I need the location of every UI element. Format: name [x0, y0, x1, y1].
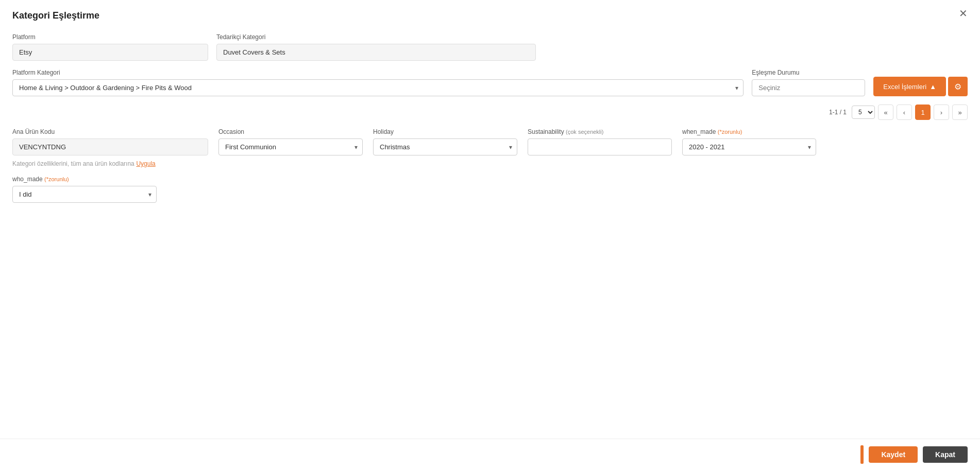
save-button[interactable]: Kaydet: [869, 446, 918, 463]
who-made-select[interactable]: I did: [12, 186, 157, 203]
product-main-row: Ana Ürün Kodu Occasion First Communion ▾…: [12, 128, 968, 155]
tedarikci-input[interactable]: [216, 44, 536, 61]
esleme-group: Eşleşme Durumu: [752, 69, 865, 96]
platform-group: Platform: [12, 33, 208, 61]
tedarikci-group: Tedarikçi Kategori: [216, 33, 536, 61]
who-made-group: who_made (*zorunlu) I did ▾: [12, 176, 157, 203]
when-made-group: when_made (*zorunlu) 2020 - 2021 ▾: [682, 128, 816, 155]
page-size-select[interactable]: 5: [852, 106, 875, 119]
occasion-label: Occasion: [218, 128, 363, 135]
holiday-select-wrapper: Christmas ▾: [373, 138, 517, 155]
holiday-group: Holiday Christmas ▾: [373, 128, 517, 155]
pagination-info: 1-1 / 1: [829, 109, 847, 116]
who-made-required-label: (*zorunlu): [44, 176, 69, 182]
occasion-group: Occasion First Communion ▾: [218, 128, 363, 155]
who-made-row: who_made (*zorunlu) I did ▾: [12, 176, 968, 203]
modal-title: Kategori Eşleştirme: [12, 10, 968, 21]
platform-row: Platform Tedarikçi Kategori: [12, 33, 968, 61]
who-made-label: who_made (*zorunlu): [12, 176, 157, 183]
platform-input[interactable]: [12, 44, 208, 61]
esleme-input[interactable]: [752, 79, 865, 96]
gear-icon: ⚙: [954, 82, 961, 92]
footer-bar: Kaydet Kapat: [0, 439, 980, 470]
excel-gear-group: Excel İşlemleri ▲ ⚙: [873, 77, 968, 96]
pagination-current-button[interactable]: 1: [915, 105, 931, 120]
gear-button[interactable]: ⚙: [948, 77, 968, 96]
holiday-label: Holiday: [373, 128, 517, 135]
excel-button[interactable]: Excel İşlemleri ▲: [873, 77, 946, 96]
apply-hint-text: Kategori özelliklerini, tüm ana ürün kod…: [12, 160, 134, 167]
platform-kategori-select[interactable]: Home & Living > Outdoor & Gardening > Fi…: [12, 79, 744, 96]
occasion-select-wrapper: First Communion ▾: [218, 138, 363, 155]
product-form-section: Ana Ürün Kodu Occasion First Communion ▾…: [12, 128, 968, 203]
pagination-first-button[interactable]: «: [878, 105, 893, 120]
modal-container: ✕ Kategori Eşleştirme Platform Tedarikçi…: [0, 0, 980, 470]
platform-kategori-label: Platform Kategori: [12, 69, 744, 76]
when-made-required-label: (*zorunlu): [718, 129, 742, 135]
when-made-select-wrapper: 2020 - 2021 ▾: [682, 138, 816, 155]
modal-close-button[interactable]: ✕: [959, 8, 968, 19]
platform-label: Platform: [12, 33, 208, 41]
sustainability-label: Sustainability (çok seçenekli): [528, 128, 672, 135]
sustainability-multi-label: (çok seçenekli): [566, 129, 603, 135]
esleme-label: Eşleşme Durumu: [752, 69, 865, 76]
tedarikci-label: Tedarikçi Kategori: [216, 33, 536, 41]
chevron-up-icon: ▲: [930, 83, 936, 91]
platform-kategori-group: Platform Kategori Home & Living > Outdoo…: [12, 69, 744, 96]
occasion-select[interactable]: First Communion: [218, 138, 363, 155]
sustainability-group: Sustainability (çok seçenekli): [528, 128, 672, 155]
pagination-next-button[interactable]: ›: [934, 105, 949, 120]
sustainability-input[interactable]: [528, 138, 672, 155]
close-button[interactable]: Kapat: [923, 446, 968, 463]
when-made-label: when_made (*zorunlu): [682, 128, 816, 135]
pagination-row: 1-1 / 1 5 « ‹ 1 › »: [12, 105, 968, 120]
holiday-select[interactable]: Christmas: [373, 138, 517, 155]
when-made-select[interactable]: 2020 - 2021: [682, 138, 816, 155]
apply-link[interactable]: Uygula: [136, 160, 155, 167]
orange-bar-decoration: [860, 445, 864, 464]
pagination-last-button[interactable]: »: [952, 105, 968, 120]
ana-urun-group: Ana Ürün Kodu: [12, 128, 208, 155]
who-made-select-wrapper: I did ▾: [12, 186, 157, 203]
kategori-row: Platform Kategori Home & Living > Outdoo…: [12, 69, 968, 96]
ana-urun-label: Ana Ürün Kodu: [12, 128, 208, 135]
apply-hint-row: Kategori özelliklerini, tüm ana ürün kod…: [12, 160, 968, 167]
ana-urun-input[interactable]: [12, 138, 208, 155]
pagination-prev-button[interactable]: ‹: [897, 105, 912, 120]
platform-kategori-select-wrapper: Home & Living > Outdoor & Gardening > Fi…: [12, 79, 744, 96]
excel-button-label: Excel İşlemleri: [883, 83, 926, 91]
